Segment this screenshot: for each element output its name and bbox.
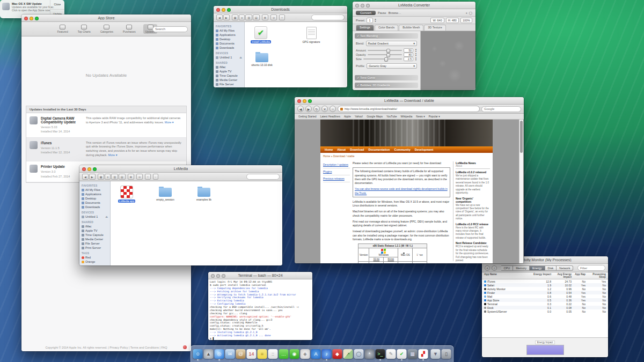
dock-icon[interactable]: ◎	[215, 349, 224, 359]
bookmark-item[interactable]: Popular ▾	[429, 115, 440, 118]
slider-value[interactable]: 80	[404, 53, 413, 57]
sidebar-item[interactable]: FAVORITES ⏏	[79, 184, 110, 188]
dock-icon[interactable]: ↗	[343, 349, 353, 359]
quit-process-button[interactable]: ✕	[485, 265, 490, 271]
zoom-button[interactable]	[222, 274, 225, 278]
dock-icon[interactable]: ☺	[193, 349, 203, 359]
dock-icon[interactable]: *	[365, 349, 375, 359]
view-coverflow-button[interactable]: ▤	[119, 174, 126, 180]
more-link[interactable]: More ▾	[165, 121, 174, 124]
stepper-arrows[interactable]: ▲▼	[375, 18, 377, 23]
slider-value[interactable]: 2.5	[404, 57, 413, 61]
bookmark-item[interactable]: Latest Headlines	[320, 115, 340, 118]
resource-tab[interactable]: Energy	[530, 265, 545, 271]
sidebar-item[interactable]: SHARED ⏏	[79, 220, 110, 224]
share-button[interactable]: ↑	[279, 14, 285, 20]
app-store-search-input[interactable]	[152, 26, 188, 32]
dock-icon[interactable]: ◈	[301, 349, 310, 359]
update-item[interactable]: iTunes Version 11.1.5 Installed Mar 12, …	[26, 138, 186, 162]
close-button[interactable]	[216, 8, 220, 12]
terminal-output[interactable]: Last login: Fri Mar 14 09:12:44 on ttys0…	[208, 279, 312, 340]
process-row[interactable]: App Store 0.5 0.36 Yes No	[482, 298, 608, 302]
view-columns-button[interactable]: ▥	[111, 174, 118, 180]
bookmark-item[interactable]: News ▾	[416, 115, 425, 118]
traffic-lights[interactable]	[216, 8, 231, 12]
finder-file-area[interactable]: LxMedia.app empty_session examples lib	[111, 181, 282, 265]
dock-icon[interactable]: A	[311, 349, 321, 359]
pause-button[interactable]: Pause	[378, 11, 386, 14]
inspect-button[interactable]: i	[492, 265, 497, 271]
add-button[interactable]: +	[466, 11, 467, 14]
action-button[interactable]: ⊙	[270, 14, 277, 20]
app-store-tab[interactable]: Top Charts	[76, 24, 93, 34]
view-icons-button[interactable]: ▦	[232, 14, 239, 20]
sidebar-item[interactable]: Untitled 1 ⏏	[214, 55, 244, 60]
resource-tab[interactable]: Memory	[513, 265, 530, 271]
scrollbar[interactable]	[519, 120, 523, 263]
dock-icon[interactable]: ✔	[397, 349, 407, 359]
close-button[interactable]	[355, 4, 359, 8]
bookmark-item[interactable]: Wikipedia	[401, 115, 413, 118]
view-icons-button[interactable]: ▦	[98, 174, 105, 180]
update-item[interactable]: Digital Camera RAW Compatibility Update …	[26, 113, 186, 138]
browse-button[interactable]: Browse…	[389, 11, 401, 14]
dock-icon[interactable]	[429, 349, 430, 359]
sidebar-item[interactable]: Documents ⏏	[79, 201, 110, 205]
news-post[interactable]: New 'Organic' competition: We have set u…	[456, 197, 490, 221]
table-header[interactable]: App Name Energy Impact Avg Energy Impact…	[482, 272, 608, 279]
app-store-tab[interactable]: Purchases	[121, 24, 138, 34]
close-button[interactable]	[24, 17, 28, 20]
blend-select[interactable]: Radial Gradient▾	[366, 41, 417, 46]
sidebar-item[interactable]: All My Files ⏏	[79, 188, 110, 192]
sidebar-item[interactable]: Documents ⏏	[214, 41, 244, 46]
site-nav-link[interactable]: Download	[350, 148, 364, 151]
sidebar-item[interactable]: Time Capsule ⏏	[214, 73, 244, 78]
dock-icon[interactable]: ◆	[333, 349, 342, 359]
slider-track[interactable]	[363, 58, 402, 60]
dock-icon[interactable]: >_	[376, 349, 385, 359]
preset-stepper[interactable]: 1	[367, 18, 372, 23]
sidebar-item[interactable]: File Server ⏏	[214, 82, 244, 86]
sidebar-item[interactable]: iMac ⏏	[79, 224, 110, 228]
dock-icon[interactable]: ▲	[204, 349, 214, 359]
width-field[interactable]: W: 640	[430, 18, 444, 23]
resource-tab[interactable]: Disk	[545, 265, 557, 271]
win64-column-link[interactable]: 64-bit	[384, 257, 398, 262]
slider-value[interactable]: 50	[404, 48, 413, 53]
source-code-link[interactable]: You can also browse source code and down…	[355, 187, 448, 194]
finder-titlebar[interactable]: LxMedia	[79, 165, 282, 173]
sidebar-item[interactable]: Desktop ⏏	[214, 37, 244, 41]
page-menu-link[interactable]: Previous releases	[323, 175, 350, 182]
stop-button[interactable]: ✕	[321, 106, 328, 112]
minimize-button[interactable]	[216, 274, 220, 278]
page-menu-link[interactable]: Description / updates	[323, 161, 350, 168]
eject-icon[interactable]: ⏏	[105, 215, 108, 218]
sidebar-item[interactable]: DEVICES ⏏	[79, 211, 110, 215]
forward-button[interactable]: ▶	[223, 14, 230, 20]
sidebar-item[interactable]: Applications ⏏	[79, 192, 110, 196]
download-cell[interactable]: *DEB	[413, 262, 427, 264]
notification-close-button[interactable]: Close	[50, 0, 64, 9]
dock-icon[interactable]: @	[236, 349, 246, 359]
sidebar-item[interactable]: Untitled 1 ⏏	[79, 215, 110, 219]
section-header-bubbles[interactable]: ✓ Bubbles: 3D Gradients	[355, 83, 418, 88]
back-button[interactable]: ◀	[297, 106, 304, 112]
process-row[interactable]: Dock 0.1 0.08 No No	[482, 306, 608, 309]
zoom-field[interactable]: 100%	[460, 18, 472, 23]
sidebar-item[interactable]: Downloads ⏏	[214, 46, 244, 50]
minimize-button[interactable]	[222, 8, 225, 12]
process-row[interactable]: Mail 0.6 0.48 Yes No	[482, 294, 608, 298]
sidebar-item[interactable]: Downloads ⏏	[79, 205, 110, 209]
height-field[interactable]: H: 480	[446, 18, 459, 23]
download-cell[interactable]: *	[398, 262, 413, 264]
zoom-icon[interactable]: ◯	[469, 11, 472, 14]
bookmark-item[interactable]: Yahoo!	[355, 115, 363, 118]
file-signature[interactable]: GPG signature	[297, 26, 325, 43]
minimize-button[interactable]	[361, 4, 364, 8]
resource-tab[interactable]: CPU	[501, 265, 514, 271]
sidebar-item[interactable]: FAVORITES ⏏	[214, 25, 244, 28]
sidebar-item[interactable]: File Server ⏏	[79, 241, 110, 246]
eject-icon[interactable]: ⏏	[239, 56, 242, 59]
minimize-button[interactable]	[87, 167, 91, 171]
convert-button[interactable]: Convert	[356, 11, 376, 15]
